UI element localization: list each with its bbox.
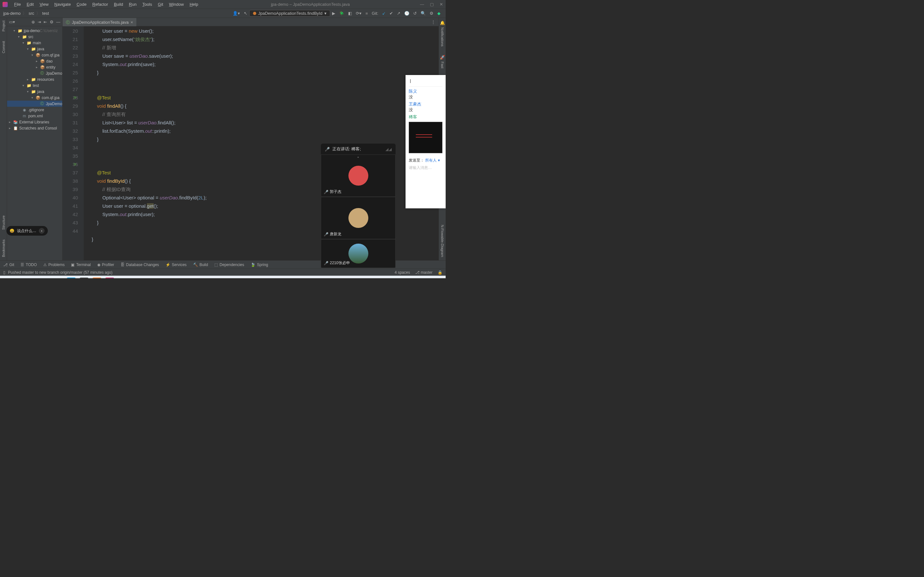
tab-project[interactable]: Project <box>2 21 5 31</box>
participant-cell[interactable]: 🎤唐新龙 <box>321 197 396 239</box>
collapse-all-icon[interactable]: ⇤ <box>44 19 47 24</box>
git-push-icon[interactable]: ↗ <box>397 11 401 16</box>
hide-icon[interactable]: — <box>56 19 60 24</box>
menu-code[interactable]: Code <box>74 1 89 7</box>
sublime-icon[interactable]: ▤ <box>79 277 89 278</box>
menu-build[interactable]: Build <box>111 1 126 7</box>
tree-row[interactable]: ⒸJpaDemo <box>7 101 62 107</box>
menu-help[interactable]: Help <box>187 1 201 7</box>
collapse-icon[interactable]: ˄ <box>357 156 359 161</box>
profile-icon[interactable]: ⟳▾ <box>356 11 362 16</box>
chevron-left-icon[interactable]: ‹ <box>39 228 45 234</box>
app2-icon[interactable]: ▦ <box>92 277 102 278</box>
toolwin-build[interactable]: 🔨Build <box>193 263 208 267</box>
chrome-icon[interactable]: 🟡 <box>41 277 50 278</box>
toolwin-terminal[interactable]: ▣Terminal <box>71 263 90 267</box>
tree-row[interactable]: ▾📁jpa-demo C:\Users\z <box>7 27 62 34</box>
search-icon[interactable]: 🔍 <box>421 11 426 16</box>
tab-commit[interactable]: Commit <box>2 41 5 53</box>
tree-row[interactable]: ▾📁test <box>7 82 62 89</box>
menu-navigate[interactable]: Navigate <box>52 1 73 7</box>
tree-row[interactable]: ▸📦dao <box>7 58 62 64</box>
stop-icon[interactable]: ■ <box>365 11 368 16</box>
git-update-icon[interactable]: ↙ <box>382 11 386 16</box>
tab-menu-icon[interactable]: ⋮ <box>428 19 439 24</box>
settings-icon[interactable]: ⚙ <box>430 11 433 16</box>
menu-run[interactable]: Run <box>126 1 139 7</box>
status-icon[interactable]: ▯ <box>3 270 5 275</box>
tab-fast[interactable]: Fast <box>441 61 444 68</box>
tree-row[interactable]: ▾📦com.qf.jpa <box>7 95 62 101</box>
tree-row[interactable]: mpom.xml <box>7 113 62 119</box>
tree-row[interactable]: ▾📁main <box>7 40 62 46</box>
breadcrumb[interactable]: jpa-demo〉src〉test <box>3 11 49 16</box>
project-view-icon[interactable]: ▭▾ <box>9 19 15 24</box>
tree-row[interactable]: ▾📁java <box>7 46 62 52</box>
vscode-icon[interactable]: ⧉ <box>28 277 37 278</box>
menu-refactor[interactable]: Refactor <box>90 1 111 7</box>
tool-settings-icon[interactable]: ⚙ <box>50 19 53 24</box>
menu-edit[interactable]: Edit <box>24 1 36 7</box>
maximize-icon[interactable]: ▢ <box>430 2 434 7</box>
tree-row[interactable]: ◉.gitignore <box>7 107 62 113</box>
intellij-icon[interactable] <box>105 277 114 278</box>
chat-panel[interactable]: | 陈义 没 王豪杰 没 稀客 发送至： 所有人 ▾ 请输入消息… <box>405 75 446 208</box>
floating-bubble[interactable]: 😄 说点什么… ‹ <box>6 226 48 235</box>
editor-tab[interactable]: Ⓒ JpaDemoApplicationTests.java × <box>63 18 136 26</box>
tree-row[interactable]: ▾📁java <box>7 89 62 95</box>
breadcrumb-item[interactable]: src <box>29 11 34 16</box>
toolwin-spring[interactable]: 🍃Spring <box>250 263 268 267</box>
tree-row[interactable]: ▸📚External Libraries <box>7 119 62 125</box>
minimize-icon[interactable]: — <box>420 2 424 7</box>
start-icon[interactable]: ⊞ <box>3 277 11 278</box>
project-tree[interactable]: ▾📁jpa-demo C:\Users\z▾📁src▾📁main▾📁java▾📦… <box>7 26 62 260</box>
participant-cell[interactable]: 🎤2210张必申 <box>321 239 396 268</box>
status-indent[interactable]: 4 spaces <box>395 270 410 275</box>
tree-row[interactable]: ▾📦com.qf.jpa <box>7 52 62 58</box>
toolwin-problems[interactable]: ⚠Problems <box>43 263 65 267</box>
toolwin-git[interactable]: ⎇Git <box>3 263 14 267</box>
tree-row[interactable]: ⒸJpaDemo <box>7 70 62 76</box>
status-lock-icon[interactable]: 🔒 <box>438 270 443 275</box>
jetbrains-icon[interactable]: ◆ <box>437 11 441 16</box>
tab-close-icon[interactable]: × <box>131 20 133 25</box>
search-taskbar-icon[interactable]: 🔍 <box>15 277 24 278</box>
menu-git[interactable]: Git <box>155 1 166 7</box>
back-icon[interactable]: ↖ <box>244 11 247 16</box>
tab-structure[interactable]: Structure <box>2 215 5 230</box>
fast-icon[interactable]: 🚀 <box>440 55 445 60</box>
tab-flowable[interactable]: N-Flowable-Diagram <box>441 225 444 257</box>
close-icon[interactable]: ✕ <box>439 2 443 7</box>
tree-row[interactable]: ▸📋Scratches and Consol <box>7 125 62 131</box>
toolwin-dependencies[interactable]: ⬚Dependencies <box>214 263 244 267</box>
tree-row[interactable]: ▾📁src <box>7 34 62 40</box>
expand-all-icon[interactable]: ⇥ <box>37 19 41 24</box>
explorer-icon[interactable]: 📁 <box>54 277 63 278</box>
run-config-selector[interactable]: ⬣ JpaDemoApplicationTests.findById ▾ <box>249 10 330 17</box>
chat-input[interactable]: 请输入消息… <box>409 165 443 171</box>
add-user-icon[interactable]: 👤▾ <box>233 11 240 16</box>
app1-icon[interactable]: ▣ <box>67 277 76 278</box>
toolwin-database-changes[interactable]: 🗄Database Changes <box>121 263 159 267</box>
menu-view[interactable]: View <box>37 1 51 7</box>
toolwin-todo[interactable]: ☰TODO <box>21 263 37 267</box>
participant-cell[interactable]: ˄ 🎤郭子杰 <box>321 155 396 197</box>
chat-image[interactable] <box>409 122 443 153</box>
toolwin-profiler[interactable]: ◉Profiler <box>97 263 114 267</box>
tab-notifications[interactable]: Notifications <box>441 27 444 47</box>
taskbar-clock[interactable]: 11:122022/10/18 <box>413 278 431 278</box>
tree-row[interactable]: ▸📁resources <box>7 76 62 82</box>
menu-tools[interactable]: Tools <box>140 1 155 7</box>
breadcrumb-item[interactable]: jpa-demo <box>3 11 21 16</box>
select-opened-icon[interactable]: ⊕ <box>31 19 35 24</box>
git-commit-icon[interactable]: ✔ <box>389 11 393 16</box>
voice-call-overlay[interactable]: 🎤 正在讲话: 稀客; ◢◢ ˄ 🎤郭子杰 🎤唐新龙 🎤2210张必申 <box>321 143 396 268</box>
status-branch[interactable]: ⎇ master <box>415 270 433 275</box>
git-rollback-icon[interactable]: ↺ <box>413 11 417 16</box>
tree-row[interactable]: ▸📦entity <box>7 64 62 70</box>
notifications-icon[interactable]: 🔔 <box>440 21 445 25</box>
line-gutter[interactable]: 202122232425262728⟳2930313233343536⟳3738… <box>63 26 84 260</box>
tab-bookmarks[interactable]: Bookmarks <box>2 239 5 257</box>
menu-window[interactable]: Window <box>166 1 186 7</box>
breadcrumb-item[interactable]: test <box>42 11 49 16</box>
